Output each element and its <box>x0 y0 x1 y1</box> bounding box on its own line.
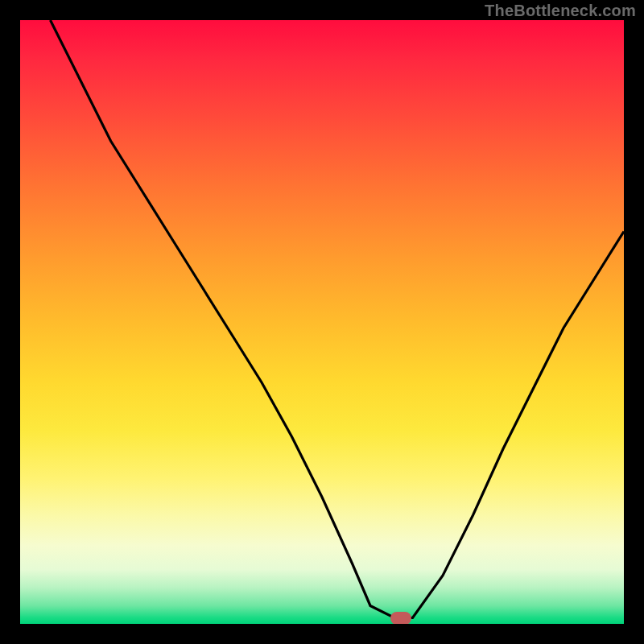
watermark-text: TheBottleneck.com <box>485 2 636 20</box>
chart-frame: { "watermark": "TheBottleneck.com", "col… <box>0 0 644 644</box>
bottleneck-curve <box>20 20 624 624</box>
plot-area <box>20 20 624 624</box>
optimal-point-marker <box>390 612 411 625</box>
